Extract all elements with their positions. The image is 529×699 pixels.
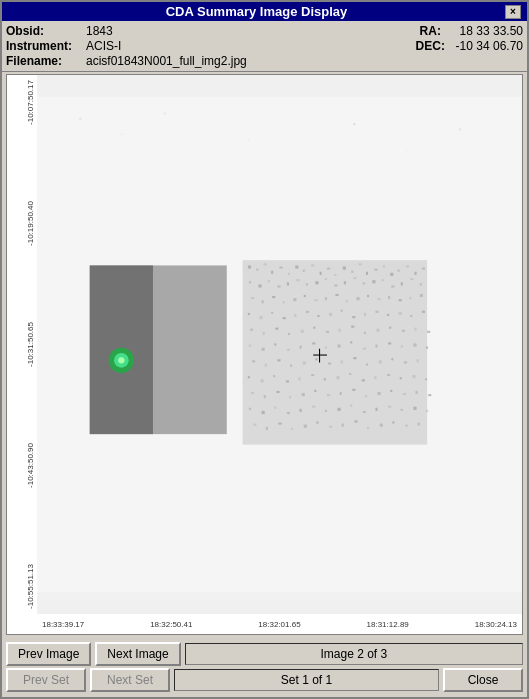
- svg-rect-120: [265, 363, 267, 366]
- svg-rect-136: [286, 380, 289, 382]
- svg-rect-101: [402, 330, 405, 332]
- svg-rect-182: [304, 425, 307, 428]
- close-button[interactable]: Close: [443, 668, 523, 692]
- svg-rect-89: [250, 329, 253, 331]
- svg-rect-76: [283, 317, 286, 319]
- svg-rect-168: [312, 406, 315, 408]
- svg-rect-114: [375, 345, 377, 348]
- svg-rect-184: [329, 426, 332, 428]
- svg-rect-29: [366, 272, 368, 275]
- svg-rect-16: [264, 263, 267, 265]
- prev-set-button[interactable]: Prev Set: [6, 668, 86, 692]
- obsid-label: Obsid:: [6, 24, 86, 38]
- svg-rect-65: [346, 300, 348, 302]
- svg-rect-6: [406, 149, 407, 150]
- svg-rect-38: [258, 284, 261, 287]
- svg-rect-97: [351, 326, 354, 328]
- svg-rect-138: [311, 374, 314, 376]
- svg-rect-176: [413, 407, 416, 410]
- svg-rect-57: [262, 300, 264, 303]
- svg-rect-66: [356, 297, 359, 300]
- svg-rect-73: [248, 313, 250, 315]
- image-area: -10:07:50.17 -10:19:50.40 -10:31:50.65 -…: [6, 74, 523, 635]
- svg-rect-131: [404, 361, 407, 363]
- svg-rect-118: [426, 347, 428, 349]
- svg-rect-150: [276, 391, 279, 393]
- svg-rect-3: [164, 113, 166, 115]
- svg-rect-94: [313, 327, 315, 329]
- x-label-1: 18:33:39.17: [42, 620, 84, 629]
- svg-rect-181: [291, 428, 293, 430]
- image-canvas: [37, 75, 522, 614]
- svg-rect-145: [400, 377, 402, 379]
- svg-rect-125: [328, 362, 331, 364]
- svg-rect-163: [249, 408, 251, 410]
- x-axis: 18:33:39.17 18:32:50.41 18:32:01.65 18:3…: [37, 614, 522, 634]
- obsid-row: Obsid: 1843 RA: 18 33 33.50: [6, 24, 523, 38]
- svg-rect-185: [342, 424, 344, 427]
- svg-rect-156: [352, 389, 355, 391]
- svg-rect-137: [298, 377, 300, 380]
- svg-rect-88: [422, 311, 425, 313]
- svg-rect-27: [351, 271, 353, 273]
- svg-rect-128: [366, 363, 368, 365]
- svg-rect-110: [325, 347, 327, 349]
- svg-rect-23: [320, 272, 322, 275]
- svg-rect-116: [401, 346, 403, 348]
- svg-rect-34: [406, 265, 409, 267]
- y-label-4: -10:43:50.90: [26, 443, 35, 488]
- svg-rect-30: [374, 269, 377, 271]
- ra-label: RA:: [420, 24, 460, 38]
- svg-rect-62: [314, 299, 317, 301]
- svg-rect-26: [343, 266, 346, 269]
- svg-rect-98: [364, 332, 366, 334]
- prev-image-button[interactable]: Prev Image: [6, 642, 91, 666]
- svg-rect-69: [388, 296, 390, 299]
- svg-rect-173: [375, 408, 377, 411]
- svg-rect-171: [350, 405, 352, 407]
- svg-rect-47: [344, 281, 346, 284]
- svg-rect-149: [264, 395, 266, 398]
- filename-value: acisf01843N001_full_img2.jpg: [86, 54, 247, 68]
- ra-value: 18 33 33.50: [460, 24, 523, 38]
- svg-rect-175: [401, 409, 403, 411]
- svg-rect-130: [391, 358, 393, 360]
- svg-rect-111: [337, 345, 340, 348]
- svg-rect-106: [274, 343, 276, 345]
- svg-rect-90: [263, 332, 265, 335]
- svg-rect-161: [416, 391, 418, 394]
- svg-rect-92: [288, 333, 290, 335]
- svg-rect-113: [363, 348, 366, 350]
- svg-rect-104: [249, 345, 251, 347]
- svg-rect-4: [248, 139, 249, 140]
- svg-rect-167: [300, 409, 302, 412]
- svg-rect-84: [375, 311, 378, 313]
- svg-rect-55: [420, 283, 422, 285]
- svg-rect-41: [287, 282, 289, 285]
- x-label-5: 18:30:24.13: [475, 620, 517, 629]
- svg-rect-17: [271, 271, 273, 274]
- svg-rect-117: [413, 343, 416, 346]
- svg-rect-109: [312, 342, 315, 344]
- svg-rect-122: [290, 365, 292, 367]
- svg-rect-59: [283, 301, 285, 303]
- close-title-button[interactable]: ×: [505, 5, 521, 19]
- svg-rect-140: [336, 376, 339, 379]
- svg-rect-91: [275, 328, 278, 330]
- bottom-bar: Prev Image Next Image Image 2 of 3 Prev …: [2, 637, 527, 697]
- svg-rect-21: [303, 270, 305, 272]
- dec-group: DEC: -10 34 06.70: [416, 39, 523, 53]
- svg-rect-151: [289, 396, 291, 398]
- svg-rect-33: [398, 270, 400, 272]
- x-label-3: 18:32:01.65: [258, 620, 300, 629]
- svg-rect-78: [306, 311, 309, 313]
- svg-rect-186: [354, 420, 357, 422]
- next-set-button[interactable]: Next Set: [90, 668, 170, 692]
- svg-rect-172: [363, 411, 366, 413]
- svg-rect-14: [248, 265, 251, 268]
- next-image-button[interactable]: Next Image: [95, 642, 180, 666]
- svg-rect-166: [287, 412, 290, 414]
- y-label-2: -10:19:50.40: [26, 201, 35, 246]
- svg-rect-160: [403, 393, 406, 395]
- svg-rect-107: [287, 349, 290, 351]
